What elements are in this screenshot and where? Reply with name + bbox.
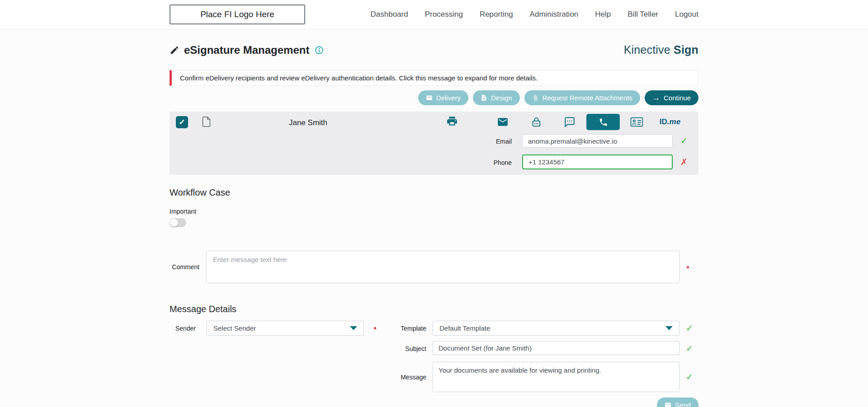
phone-invalid-x-icon: ✗ xyxy=(679,157,689,167)
page: Place FI Logo Here Dashboard Processing … xyxy=(0,0,868,407)
subject-input[interactable] xyxy=(433,341,679,355)
workflow-case-heading: Workflow Case xyxy=(170,187,698,198)
recipient-card: ✓ Jane Smith xyxy=(170,112,698,175)
brand-second: Sign xyxy=(674,43,698,56)
chat-bubble-icon xyxy=(564,116,576,128)
sender-label: Sender xyxy=(170,325,196,332)
delivery-button[interactable]: Delivery xyxy=(418,90,468,105)
envelope-icon xyxy=(665,402,671,407)
recipient-checkbox[interactable]: ✓ xyxy=(176,116,188,128)
phone-icon xyxy=(599,117,608,127)
brand-logo: Kinective Sign xyxy=(624,43,698,56)
send-label: Send xyxy=(675,401,691,407)
toggle-knob xyxy=(170,219,178,227)
arrow-right-icon: → xyxy=(652,94,660,102)
message-label: Message xyxy=(387,374,426,381)
template-selected-value: Default Template xyxy=(439,324,490,332)
nav-dashboard[interactable]: Dashboard xyxy=(371,10,408,19)
nav-administration[interactable]: Administration xyxy=(530,10,579,19)
email-label: Email xyxy=(478,138,512,145)
logo-text: Place FI Logo Here xyxy=(200,9,274,19)
sender-selected-value: Select Sender xyxy=(213,324,256,332)
phone-label: Phone xyxy=(478,159,512,166)
message-valid-check-icon: ✓ xyxy=(685,372,694,382)
nav-processing[interactable]: Processing xyxy=(425,10,463,19)
edelivery-alert-banner[interactable]: Confirm eDelivery recipients and review … xyxy=(170,70,698,86)
auth-methods: ID.me xyxy=(486,114,687,130)
envelope-icon xyxy=(426,94,433,101)
email-method-button[interactable] xyxy=(486,114,519,130)
request-remote-label: Request Remote Attachments xyxy=(542,94,632,102)
request-remote-attachments-button[interactable]: Request Remote Attachments xyxy=(524,90,640,105)
subject-valid-check-icon: ✓ xyxy=(685,343,694,354)
message-details-heading: Message Details xyxy=(170,304,698,314)
required-indicator xyxy=(374,327,376,329)
checkmark-icon: ✓ xyxy=(179,117,185,127)
alert-text: Confirm eDelivery recipients and review … xyxy=(180,74,538,82)
template-select[interactable]: Default Template xyxy=(433,321,679,336)
title-row: eSignature Management Kinective Sign xyxy=(170,43,698,56)
delivery-label: Delivery xyxy=(436,94,461,102)
message-textarea[interactable]: Your documents are available for viewing… xyxy=(433,362,679,392)
idme-method-button[interactable]: ID.me xyxy=(653,114,687,130)
main-content: eSignature Management Kinective Sign Con… xyxy=(170,43,698,407)
id-card-method-button[interactable] xyxy=(620,114,653,130)
info-icon[interactable] xyxy=(315,46,324,55)
design-label: Design xyxy=(491,94,512,102)
important-toggle[interactable] xyxy=(170,218,186,227)
printer-icon[interactable] xyxy=(446,115,458,128)
envelope-icon xyxy=(497,116,509,128)
important-label: Important xyxy=(170,208,698,215)
subject-label: Subject xyxy=(387,345,426,352)
phone-input[interactable] xyxy=(522,154,673,169)
fi-logo-placeholder: Place FI Logo Here xyxy=(170,5,305,24)
lock-icon xyxy=(531,117,542,128)
template-label: Template xyxy=(387,325,426,332)
comment-row: Comment xyxy=(170,251,698,283)
nav-user-bill-teller[interactable]: Bill Teller xyxy=(627,10,658,19)
paperclip-icon xyxy=(532,94,539,101)
nav-links: Dashboard Processing Reporting Administr… xyxy=(371,10,698,19)
top-navbar: Place FI Logo Here Dashboard Processing … xyxy=(0,0,868,29)
sender-select[interactable]: Select Sender xyxy=(207,321,364,336)
id-card-icon xyxy=(630,117,643,127)
email-input[interactable] xyxy=(522,134,673,148)
access-code-method-button[interactable] xyxy=(519,114,553,130)
sms-method-button[interactable] xyxy=(553,114,586,130)
design-button[interactable]: Design xyxy=(473,90,520,105)
idme-logo: ID.me xyxy=(660,117,680,126)
design-file-icon xyxy=(481,94,487,101)
template-valid-check-icon: ✓ xyxy=(685,323,694,333)
caret-down-icon xyxy=(350,326,357,330)
caret-down-icon xyxy=(665,326,673,330)
message-details-form: Sender Select Sender Template Default Te… xyxy=(170,321,698,407)
nav-help[interactable]: Help xyxy=(595,10,611,19)
phone-method-button[interactable] xyxy=(586,114,620,130)
continue-label: Continue xyxy=(664,94,691,102)
continue-button[interactable]: → Continue xyxy=(645,90,698,105)
page-title: eSignature Management xyxy=(184,44,309,56)
comment-label: Comment xyxy=(170,263,199,271)
send-button[interactable]: Send xyxy=(657,398,698,407)
recipient-name: Jane Smith xyxy=(289,118,327,127)
nav-logout[interactable]: Logout xyxy=(675,10,698,19)
comment-textarea[interactable] xyxy=(206,251,679,283)
nav-reporting[interactable]: Reporting xyxy=(480,10,513,19)
signature-pen-icon xyxy=(170,45,179,55)
document-icon xyxy=(200,115,212,128)
brand-first: Kinective xyxy=(624,43,674,56)
email-valid-check-icon: ✓ xyxy=(679,136,689,146)
required-indicator xyxy=(687,266,689,268)
actions-row: Delivery Design Request Remote Attachmen… xyxy=(170,90,698,105)
